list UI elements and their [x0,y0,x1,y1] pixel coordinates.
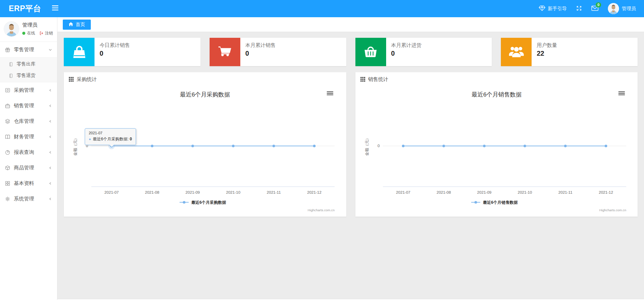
panel-title: 采购统计 [77,76,97,83]
chart-context-menu-button[interactable] [618,91,625,95]
messages-button[interactable]: 0 [591,5,598,12]
stat-card-label: 今日累计销售 [100,42,130,49]
sales-chart-container: 最近6个月销售数据0金额（元）2021-072021-082021-092021… [355,86,638,213]
gem-icon [539,5,545,12]
logout-button[interactable]: 注销 [39,30,53,36]
user-menu[interactable]: 管理员 [608,3,636,14]
chevron-left-icon [48,88,52,92]
sidebar-item-6[interactable]: 报表查询 [0,144,57,160]
svg-text:最近6个月采购数据: 最近6个月采购数据 [191,200,226,205]
sidebar-item-label: 零售管理 [14,47,34,53]
sidebar-item-7[interactable]: 商品管理 [0,160,57,175]
fullscreen-button[interactable] [576,5,582,12]
chart-legend[interactable]: 最近6个月采购数据 [180,200,226,205]
message-count-badge: 0 [596,2,601,7]
stat-cards-row: 今日累计销售0本月累计销售0本月累计进货0用户数量22 [64,38,638,66]
stat-card-1: 今日累计销售0 [64,38,200,66]
stat-card-4: 用户数量22 [501,38,638,66]
svg-text:2021-07: 2021-07 [104,190,118,194]
sidebar-menu: 零售管理零售出库零售退货采购管理销售管理仓库管理财务管理报表查询商品管理基本资料… [0,42,57,207]
sidebar-item-label: 仓库管理 [14,118,34,125]
svg-text:2021-11: 2021-11 [267,190,281,194]
stat-card-value: 0 [245,50,276,57]
svg-text:2021-10: 2021-10 [517,190,532,194]
svg-text:2021-09: 2021-09 [186,190,200,194]
sales-trend-chart[interactable]: 最近6个月销售数据0金额（元）2021-072021-082021-092021… [360,86,634,213]
sidebar-item-label: 报表查询 [14,149,34,156]
sidebar-item-4[interactable]: 仓库管理 [0,113,57,129]
online-status-dot [22,32,25,35]
panel-title: 销售统计 [368,76,388,83]
tab-home[interactable]: 首页 [63,20,91,30]
sidebar-submenu: 零售出库零售退货 [0,57,57,82]
sidebar-item-5[interactable]: 财务管理 [0,129,57,144]
tab-bar: 首页 [57,17,644,32]
basic-icon [5,181,10,186]
sidebar-item-2[interactable]: 采购管理 [0,82,57,98]
chart-legend[interactable]: 最近6个月销售数据 [471,200,517,205]
hamburger-icon [52,5,58,12]
goods-icon [5,165,10,171]
sidebar-subitem-label: 零售出库 [17,61,35,67]
online-status-label: 在线 [27,30,35,36]
sidebar-subitem-label: 零售退货 [17,73,35,79]
cart-icon [210,38,240,66]
stat-card-value: 0 [391,50,422,57]
sidebar-item-label: 商品管理 [14,165,34,171]
svg-text:2021-12: 2021-12 [307,190,321,194]
svg-text:2021-09: 2021-09 [477,190,491,194]
chevron-left-icon [48,151,52,154]
svg-text:2021-11: 2021-11 [558,190,572,194]
sidebar-item-label: 基本资料 [14,180,34,187]
sidebar-toggle-button[interactable] [52,5,58,12]
svg-text:金额（元）: 金额（元） [365,136,369,156]
purchase-trend-chart[interactable]: 最近6个月采购数据0金额（元）2021-072021-082021-092021… [68,86,342,213]
sidebar-subitem-2[interactable]: 零售退货 [0,70,57,81]
main-area: 首页 今日累计销售0本月累计销售0本月累计进货0用户数量22 采购统计 最近6个… [57,17,644,300]
sales-icon [5,103,10,109]
chevron-left-icon [48,135,52,139]
stat-card-3: 本月累计进货0 [355,38,492,66]
basket-icon [355,38,386,66]
chevron-left-icon [48,119,52,123]
stat-card-value: 0 [100,50,130,57]
bag-icon [64,38,95,66]
chart-credits[interactable]: Highcharts.com.cn [599,209,626,212]
svg-text:最近6个月采购数据: 最近6个月采购数据 [180,91,230,98]
stat-card-label: 本月累计销售 [245,42,276,49]
svg-text:最近6个月销售数据: 最近6个月销售数据 [471,91,521,98]
sidebar-avatar [4,22,19,36]
chart-credits[interactable]: Highcharts.com.cn [308,209,335,212]
top-navbar: ERP平台 新手引导 0 管理员 [0,0,644,17]
chevron-left-icon [48,182,52,185]
chart-context-menu-button[interactable] [327,91,333,95]
svg-text:2021-12: 2021-12 [598,190,613,194]
sidebar-item-1[interactable]: 零售管理 [0,42,57,57]
sidebar-item-8[interactable]: 基本资料 [0,175,57,191]
sidebar-item-9[interactable]: 系统管理 [0,191,57,207]
svg-text:2021-08: 2021-08 [145,190,159,194]
svg-text:2021-07: 2021-07 [396,190,410,194]
svg-text:金额（元）: 金额（元） [73,136,77,156]
sales-stats-panel: 销售统计 最近6个月销售数据0金额（元）2021-072021-082021-0… [355,72,638,217]
stat-card-value: 22 [537,50,557,57]
navbar-avatar [608,3,619,14]
svg-text:2021-10: 2021-10 [226,190,240,194]
panel-header: 采购统计 [64,72,346,86]
sidebar-subitem-1[interactable]: 零售出库 [0,58,57,70]
sidebar-item-label: 系统管理 [14,196,34,202]
system-icon [5,196,10,202]
grid-icon [360,77,365,82]
warehouse-icon [5,118,10,124]
sidebar-item-label: 财务管理 [14,134,34,140]
sidebar-item-3[interactable]: 销售管理 [0,98,57,113]
svg-text:最近6个月销售数据: 最近6个月销售数据 [483,200,517,205]
purchase-icon [5,87,10,93]
fullscreen-icon [576,5,582,12]
home-icon [69,22,73,27]
guide-button[interactable]: 新手引导 [539,5,567,12]
app-brand: ERP平台 [9,3,41,14]
logout-icon [39,31,44,35]
chevron-left-icon [48,197,52,201]
grid-icon [69,77,74,82]
